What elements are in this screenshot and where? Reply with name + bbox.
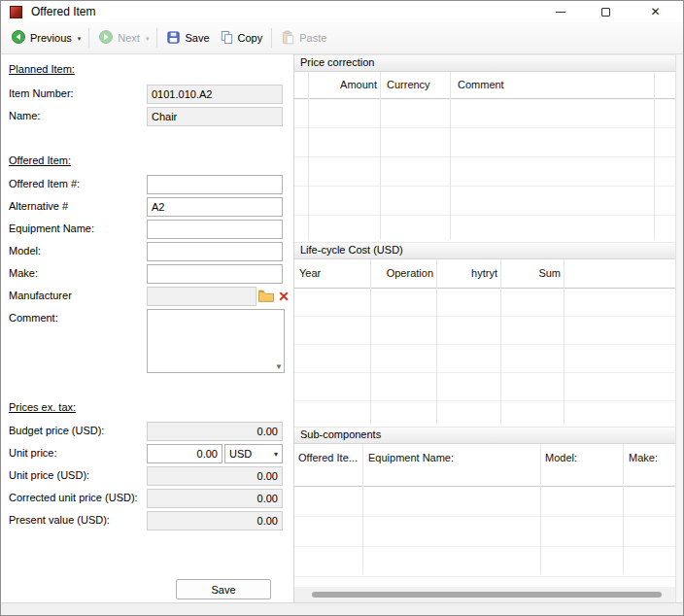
column-divider [362,444,363,574]
column-divider [370,259,371,425]
next-dropdown-chevron[interactable]: ▾ [145,31,154,45]
column-header-amount[interactable]: Amount [308,72,380,98]
scroll-down-icon[interactable]: ▼ [275,362,283,371]
next-label: Next [118,32,140,44]
alternative-label: Alternative # [9,200,68,212]
copy-icon [220,30,234,47]
column-header-year[interactable]: Year [299,259,321,288]
price-correction-header-row: Amount Currency Comment [294,72,676,99]
minimize-icon [556,12,565,13]
window-bottom-edge [1,602,683,615]
horizontal-scrollbar-thumb[interactable] [312,592,662,598]
minimize-button[interactable] [538,1,583,22]
sub-components-header-row: Offered Ite... Equipment Name: Model: Ma… [294,444,676,487]
grid-row[interactable] [294,99,676,128]
model-label: Model: [9,245,41,257]
column-header-hytryt[interactable]: hytryt [436,259,500,288]
grid-row[interactable] [294,517,676,547]
unit-price-label: Unit price: [9,447,57,459]
make-label: Make: [9,267,38,279]
present-value-label: Present value (USD): [9,514,110,526]
grid-row[interactable] [294,487,676,517]
horizontal-scrollbar[interactable] [294,587,676,602]
manufacturer-field[interactable] [147,287,256,306]
corrected-unit-price-label: Corrected unit price (USD): [9,492,138,503]
copy-button[interactable]: Copy [215,26,268,51]
column-divider [500,259,501,425]
life-cycle-title-bar: Life-cycle Cost (USD) [294,242,676,259]
unit-price-usd-field[interactable] [147,466,283,486]
column-header-model[interactable]: Model: [545,452,577,463]
currency-value: USD [229,448,252,460]
copy-label: Copy [238,32,263,44]
toolbar-save-button[interactable]: Save [161,26,214,51]
budget-price-label: Budget price (USD): [9,425,104,436]
toolbar: Previous ▾ Next ▾ Save Copy Paste [1,22,683,54]
corrected-unit-price-field[interactable] [147,489,283,508]
grid-row[interactable] [294,157,676,187]
make-field[interactable] [147,264,283,284]
unit-price-field[interactable] [147,444,222,463]
toolbar-separator [271,28,272,48]
grid-row[interactable] [294,401,676,429]
grid-row[interactable] [294,289,676,317]
grid-row[interactable] [294,317,676,345]
column-header-equipment-name[interactable]: Equipment Name: [368,452,454,463]
model-field[interactable] [147,242,283,261]
currency-select[interactable]: USD ▾ [224,444,283,463]
column-header-comment[interactable]: Comment [458,72,504,98]
red-x-icon: ✕ [278,290,290,303]
close-button[interactable]: ✕ [628,1,683,22]
present-value-field[interactable] [147,511,283,530]
grid-row[interactable] [294,373,676,401]
grid-row[interactable] [294,547,676,577]
toolbar-separator [88,28,89,48]
folder-icon [258,290,274,304]
item-number-field[interactable] [147,85,283,104]
price-correction-title-bar: Price correction [294,54,676,72]
paste-icon [281,30,295,47]
column-divider [450,72,451,240]
comment-label: Comment: [9,312,58,324]
previous-label: Previous [30,32,72,44]
sub-components-grid[interactable] [294,487,676,577]
next-button[interactable]: Next [93,25,145,51]
budget-price-field[interactable] [147,422,283,441]
price-correction-grid[interactable] [294,99,676,245]
name-field[interactable] [147,107,283,126]
offered-item-number-label: Offered Item #: [9,178,80,189]
paste-button[interactable]: Paste [276,26,331,51]
offered-item-heading: Offered Item: [9,154,71,166]
manufacturer-clear-button[interactable]: ✕ [275,288,292,305]
column-divider [654,72,655,240]
comment-box: ▼ [147,309,285,373]
chevron-down-icon: ▾ [146,35,150,42]
column-header-offered-item[interactable]: Offered Ite... [298,452,358,463]
column-divider [380,72,381,240]
previous-dropdown-chevron[interactable]: ▾ [77,31,86,45]
column-header-make[interactable]: Make: [629,452,658,463]
previous-button[interactable]: Previous [6,25,77,51]
save-button[interactable]: Save [176,579,271,599]
offered-item-number-field[interactable] [147,175,283,194]
comment-input[interactable] [148,310,284,372]
grid-row[interactable] [294,187,676,216]
manufacturer-browse-button[interactable] [257,288,275,305]
unit-price-usd-label: Unit price (USD): [9,469,89,481]
life-cycle-title: Life-cycle Cost (USD) [300,244,403,256]
column-header-sum[interactable]: Sum [500,259,564,288]
column-header-operation[interactable]: Operation [370,259,436,288]
paste-label: Paste [299,32,326,44]
vertical-scrollbar[interactable] [675,54,684,603]
life-cycle-grid[interactable] [294,289,676,429]
grid-row[interactable] [294,128,676,157]
alternative-field[interactable] [147,197,283,217]
column-header-currency[interactable]: Currency [387,72,430,98]
maximize-button[interactable] [583,1,628,22]
toolbar-separator [156,28,157,48]
grid-row[interactable] [294,216,676,245]
sub-components-title-bar: Sub-components [294,427,676,444]
grid-row[interactable] [294,345,676,373]
equipment-name-field[interactable] [147,220,283,239]
column-divider [308,72,309,240]
